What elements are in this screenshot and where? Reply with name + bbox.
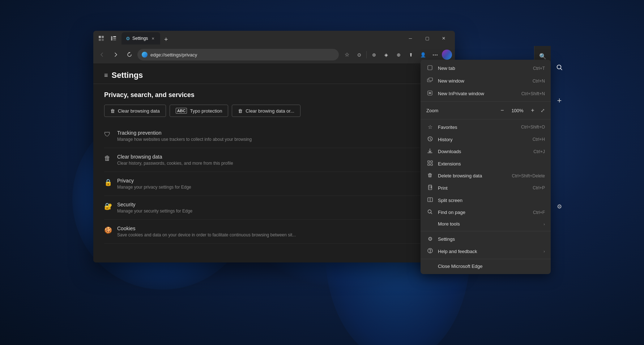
menu-item-settings[interactable]: ⚙ Settings <box>421 233 551 245</box>
address-input[interactable]: edge://settings/privacy <box>137 49 339 60</box>
help-menu-icon <box>426 248 434 254</box>
menu-item-split-screen[interactable]: Split screen <box>421 194 551 206</box>
clear-browing-quick-btn[interactable]: 🗑 Clear browing data or... <box>232 105 300 117</box>
settings-label: Settings <box>438 236 545 242</box>
menu-item-find-on-page[interactable]: Find on page Ctrl+F <box>421 206 551 218</box>
active-tab[interactable]: ⚙ Settings ✕ <box>121 32 160 45</box>
svg-rect-16 <box>428 164 430 165</box>
content-area: ≡ Settings Privacy, search, and services… <box>93 63 455 262</box>
settings-menu-icon: ⚙ <box>426 236 434 242</box>
extensions-toolbar-button[interactable]: 👤 <box>417 49 429 60</box>
new-tab-label: New tab <box>438 66 529 71</box>
profile-button[interactable] <box>442 50 452 60</box>
zoom-value: 100% <box>510 108 525 113</box>
new-window-menu-icon <box>426 77 434 84</box>
tab-close-button[interactable]: ✕ <box>150 35 156 41</box>
list-item[interactable]: 🛡 Tracking prevention Manage how website… <box>104 124 444 148</box>
zoom-row: Zoom − 100% + ⤢ <box>421 103 551 118</box>
address-bar: edge://settings/privacy ☆ ⊙ ⊛ ◈ ⊕ ⬆ 👤 ··… <box>93 46 455 63</box>
forward-button[interactable] <box>110 49 121 60</box>
security-name: Security <box>117 202 192 207</box>
right-panel-icons: + ⚙ <box>553 62 566 212</box>
delete-browsing-label: Delete browsing data <box>438 173 508 178</box>
find-on-page-shortcut: Ctrl+F <box>533 210 545 215</box>
menu-item-more-tools[interactable]: More tools › <box>421 218 551 230</box>
new-tab-menu-icon <box>426 65 434 72</box>
clear-btn-label: Clear browsing data <box>118 108 160 114</box>
menu-item-inprivate[interactable]: New InPrivate window Ctrl+Shift+N <box>421 87 551 100</box>
new-window-shortcut: Ctrl+N <box>533 79 545 84</box>
settings-title: ≡ Settings <box>104 71 444 80</box>
browser-essentials-button[interactable]: ⊕ <box>393 49 404 60</box>
delete-browsing-shortcut: Ctrl+Shift+Delete <box>512 173 545 178</box>
menu-item-delete-browsing[interactable]: Delete browsing data Ctrl+Shift+Delete <box>421 170 551 182</box>
restore-button[interactable]: ▢ <box>419 33 435 44</box>
panel-search-icon[interactable] <box>554 62 565 73</box>
zoom-plus-button[interactable]: + <box>528 105 538 115</box>
divider-zoom <box>421 101 551 102</box>
zoom-expand-button[interactable]: ⤢ <box>541 108 545 113</box>
zoom-minus-button[interactable]: − <box>497 105 507 115</box>
vertical-tabs-icon[interactable] <box>108 33 119 43</box>
list-item[interactable]: 🍪 Cookies Save cookies and data on your … <box>104 220 444 244</box>
svg-rect-2 <box>99 39 101 41</box>
menu-item-favorites[interactable]: ☆ Favorites Ctrl+Shift+O <box>421 121 551 133</box>
divider-1 <box>366 51 367 58</box>
quick-buttons: 🗑 Clear browsing data ABC Typo protectio… <box>104 105 444 117</box>
menu-item-new-window[interactable]: New window Ctrl+N <box>421 75 551 87</box>
typo-protection-quick-btn[interactable]: ABC Typo protection <box>170 105 229 117</box>
list-item[interactable]: 🗑 Clear browsing data Clear history, pas… <box>104 148 444 172</box>
collections-button[interactable]: ◈ <box>380 49 392 60</box>
menu-item-downloads[interactable]: Downloads Ctrl+J <box>421 146 551 157</box>
copilot-button[interactable]: ⊛ <box>368 49 380 60</box>
site-icon <box>142 52 148 58</box>
divider-3 <box>421 231 551 231</box>
find-menu-icon <box>426 209 434 215</box>
close-button[interactable]: ✕ <box>435 33 452 44</box>
clear-data-desc: Clear history, passwords, cookies, and m… <box>117 161 233 166</box>
menu-item-extensions[interactable]: Extensions <box>421 157 551 170</box>
zoom-label: Zoom <box>426 108 438 113</box>
share-button[interactable]: ⬆ <box>405 49 417 60</box>
svg-point-25 <box>557 65 561 69</box>
back-button[interactable] <box>96 49 108 60</box>
menu-item-print[interactable]: Print Ctrl+P <box>421 182 551 194</box>
favorites-button[interactable]: ☆ <box>341 49 353 60</box>
panel-add-icon[interactable]: + <box>554 95 565 106</box>
menu-item-history[interactable]: History Ctrl+H <box>421 133 551 146</box>
svg-rect-17 <box>431 164 432 165</box>
print-label: Print <box>438 185 528 191</box>
privacy-icon: 🔒 <box>104 178 112 186</box>
inprivate-menu-icon <box>426 90 434 97</box>
window-controls: ─ ▢ ✕ <box>402 33 452 44</box>
tracking-icon: 🛡 <box>104 131 112 138</box>
history-label: History <box>438 137 528 142</box>
menu-item-new-tab[interactable]: New tab Ctrl+T <box>421 62 551 75</box>
svg-rect-18 <box>428 188 432 190</box>
list-item[interactable]: 🔐 Security Manage your security settings… <box>104 196 444 220</box>
favorites-label: Favorites <box>438 125 517 130</box>
clear-btn-icon: 🗑 <box>110 108 115 114</box>
downloads-label: Downloads <box>438 149 529 154</box>
privacy-name: Privacy <box>117 178 191 184</box>
clear-data-name: Clear browsing data <box>117 154 233 160</box>
svg-rect-5 <box>113 36 116 37</box>
security-desc: Manage your security settings for Edge <box>117 209 192 214</box>
section-title: Privacy, search, and services <box>104 91 444 99</box>
more-tools-button[interactable]: ··· <box>430 49 441 60</box>
hamburger-icon[interactable]: ≡ <box>104 72 108 79</box>
svg-rect-1 <box>102 36 104 38</box>
new-tab-button[interactable]: + <box>161 34 171 45</box>
panel-settings-icon[interactable]: ⚙ <box>554 201 565 212</box>
close-edge-label: Close Microsoft Edge <box>438 264 545 269</box>
svg-rect-0 <box>99 36 101 38</box>
inprivate-label: New InPrivate window <box>438 91 517 96</box>
refresh-button[interactable] <box>124 49 135 60</box>
reading-mode-button[interactable]: ⊙ <box>353 49 365 60</box>
minimize-button[interactable]: ─ <box>402 33 419 44</box>
workspaces-icon[interactable] <box>96 33 106 43</box>
menu-item-help-feedback[interactable]: Help and feedback › <box>421 245 551 257</box>
menu-item-close-edge[interactable]: Close Microsoft Edge <box>421 261 551 272</box>
list-item[interactable]: 🔒 Privacy Manage your privacy settings f… <box>104 172 444 196</box>
clear-browsing-data-quick-btn[interactable]: 🗑 Clear browsing data <box>104 105 166 117</box>
